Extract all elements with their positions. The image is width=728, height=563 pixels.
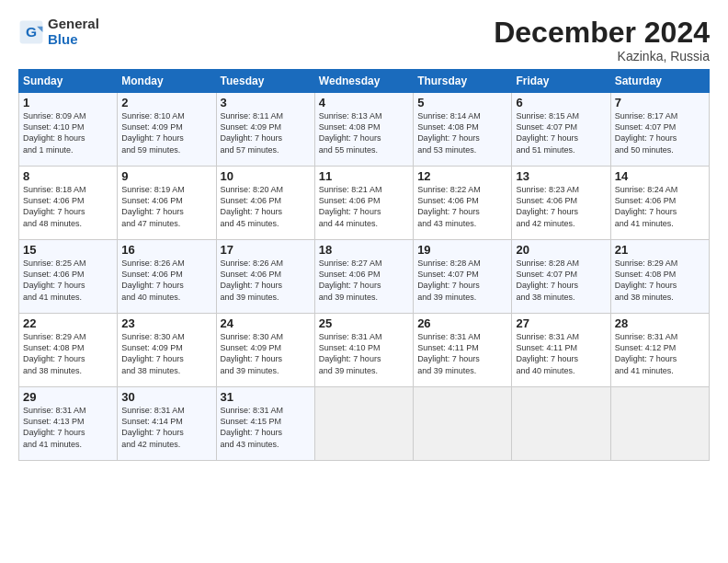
day-number: 27 [516,316,606,330]
header-tuesday: Tuesday [216,70,314,93]
day-number: 24 [221,316,311,330]
day-number: 26 [417,316,507,330]
calendar-week-row: 1Sunrise: 8:09 AM Sunset: 4:10 PM Daylig… [19,93,710,167]
day-number: 3 [221,96,311,109]
calendar-cell: 3Sunrise: 8:11 AM Sunset: 4:09 PM Daylig… [216,93,314,167]
day-number: 17 [221,243,311,257]
day-info: Sunrise: 8:31 AM Sunset: 4:13 PM Dayligh… [23,405,113,450]
calendar-cell: 13Sunrise: 8:23 AM Sunset: 4:06 PM Dayli… [512,167,610,240]
day-info: Sunrise: 8:31 AM Sunset: 4:12 PM Dayligh… [615,331,705,376]
logo-icon: G [18,19,44,45]
day-info: Sunrise: 8:27 AM Sunset: 4:06 PM Dayligh… [319,258,409,303]
day-info: Sunrise: 8:28 AM Sunset: 4:07 PM Dayligh… [516,258,606,303]
day-info: Sunrise: 8:25 AM Sunset: 4:06 PM Dayligh… [23,258,113,303]
day-number: 18 [319,243,409,257]
calendar-cell: 2Sunrise: 8:10 AM Sunset: 4:09 PM Daylig… [118,93,216,167]
calendar-cell: 31Sunrise: 8:31 AM Sunset: 4:15 PM Dayli… [216,387,314,461]
calendar-cell: 11Sunrise: 8:21 AM Sunset: 4:06 PM Dayli… [314,167,413,240]
day-info: Sunrise: 8:21 AM Sunset: 4:06 PM Dayligh… [319,184,409,229]
calendar-header-row: SundayMondayTuesdayWednesdayThursdayFrid… [19,70,710,93]
logo: G General Blue [18,17,99,47]
day-number: 20 [516,243,606,257]
day-info: Sunrise: 8:17 AM Sunset: 4:07 PM Dayligh… [615,110,705,155]
day-number: 5 [417,96,507,109]
calendar-cell: 10Sunrise: 8:20 AM Sunset: 4:06 PM Dayli… [216,167,314,240]
calendar-cell: 1Sunrise: 8:09 AM Sunset: 4:10 PM Daylig… [19,93,118,167]
day-number: 23 [121,316,211,330]
day-number: 25 [319,316,409,330]
calendar-cell: 23Sunrise: 8:30 AM Sunset: 4:09 PM Dayli… [118,314,216,387]
day-info: Sunrise: 8:26 AM Sunset: 4:06 PM Dayligh… [121,258,211,303]
day-info: Sunrise: 8:31 AM Sunset: 4:11 PM Dayligh… [417,331,507,376]
svg-text:G: G [26,23,37,39]
day-number: 9 [121,169,211,183]
day-number: 2 [121,96,211,109]
header-monday: Monday [118,70,216,93]
day-number: 4 [319,96,409,109]
day-info: Sunrise: 8:31 AM Sunset: 4:14 PM Dayligh… [121,405,211,450]
header-wednesday: Wednesday [314,70,413,93]
header-thursday: Thursday [414,70,512,93]
calendar-cell [414,387,512,461]
calendar-cell: 30Sunrise: 8:31 AM Sunset: 4:14 PM Dayli… [118,387,216,461]
day-number: 11 [319,169,409,183]
day-info: Sunrise: 8:20 AM Sunset: 4:06 PM Dayligh… [221,184,311,229]
day-number: 22 [23,316,113,330]
calendar-cell: 21Sunrise: 8:29 AM Sunset: 4:08 PM Dayli… [610,240,709,314]
calendar-cell: 9Sunrise: 8:19 AM Sunset: 4:06 PM Daylig… [118,167,216,240]
calendar-cell: 24Sunrise: 8:30 AM Sunset: 4:09 PM Dayli… [216,314,314,387]
calendar-cell: 20Sunrise: 8:28 AM Sunset: 4:07 PM Dayli… [512,240,610,314]
day-number: 28 [615,316,705,330]
header-sunday: Sunday [19,70,118,93]
day-number: 15 [23,243,113,257]
day-info: Sunrise: 8:31 AM Sunset: 4:11 PM Dayligh… [516,331,606,376]
day-number: 10 [221,169,311,183]
calendar-cell: 5Sunrise: 8:14 AM Sunset: 4:08 PM Daylig… [414,93,512,167]
day-info: Sunrise: 8:22 AM Sunset: 4:06 PM Dayligh… [417,184,507,229]
day-number: 21 [615,243,705,257]
day-info: Sunrise: 8:09 AM Sunset: 4:10 PM Dayligh… [23,110,113,155]
calendar-cell: 18Sunrise: 8:27 AM Sunset: 4:06 PM Dayli… [314,240,413,314]
header-friday: Friday [512,70,610,93]
calendar-cell [610,387,709,461]
header-saturday: Saturday [610,70,709,93]
calendar-cell: 27Sunrise: 8:31 AM Sunset: 4:11 PM Dayli… [512,314,610,387]
day-number: 6 [516,96,606,109]
logo-general-text: General [48,17,99,32]
calendar-cell: 6Sunrise: 8:15 AM Sunset: 4:07 PM Daylig… [512,93,610,167]
calendar-week-row: 15Sunrise: 8:25 AM Sunset: 4:06 PM Dayli… [19,240,710,314]
day-number: 30 [121,390,211,404]
day-info: Sunrise: 8:26 AM Sunset: 4:06 PM Dayligh… [221,258,311,303]
day-info: Sunrise: 8:14 AM Sunset: 4:08 PM Dayligh… [417,110,507,155]
day-info: Sunrise: 8:29 AM Sunset: 4:08 PM Dayligh… [615,258,705,303]
calendar-cell: 15Sunrise: 8:25 AM Sunset: 4:06 PM Dayli… [19,240,118,314]
day-info: Sunrise: 8:24 AM Sunset: 4:06 PM Dayligh… [615,184,705,229]
day-info: Sunrise: 8:11 AM Sunset: 4:09 PM Dayligh… [221,110,311,155]
calendar-week-row: 22Sunrise: 8:29 AM Sunset: 4:08 PM Dayli… [19,314,710,387]
day-number: 13 [516,169,606,183]
day-info: Sunrise: 8:29 AM Sunset: 4:08 PM Dayligh… [23,331,113,376]
day-info: Sunrise: 8:10 AM Sunset: 4:09 PM Dayligh… [121,110,211,155]
calendar-cell: 4Sunrise: 8:13 AM Sunset: 4:08 PM Daylig… [314,93,413,167]
day-info: Sunrise: 8:28 AM Sunset: 4:07 PM Dayligh… [417,258,507,303]
day-info: Sunrise: 8:30 AM Sunset: 4:09 PM Dayligh… [221,331,311,376]
calendar-cell: 25Sunrise: 8:31 AM Sunset: 4:10 PM Dayli… [314,314,413,387]
calendar-table: SundayMondayTuesdayWednesdayThursdayFrid… [18,69,710,461]
day-info: Sunrise: 8:19 AM Sunset: 4:06 PM Dayligh… [121,184,211,229]
calendar-cell: 26Sunrise: 8:31 AM Sunset: 4:11 PM Dayli… [414,314,512,387]
day-number: 19 [417,243,507,257]
calendar-cell: 22Sunrise: 8:29 AM Sunset: 4:08 PM Dayli… [19,314,118,387]
day-number: 14 [615,169,705,183]
day-number: 31 [221,390,311,404]
calendar-cell: 28Sunrise: 8:31 AM Sunset: 4:12 PM Dayli… [610,314,709,387]
calendar-week-row: 29Sunrise: 8:31 AM Sunset: 4:13 PM Dayli… [19,387,710,461]
day-info: Sunrise: 8:15 AM Sunset: 4:07 PM Dayligh… [516,110,606,155]
location: Kazinka, Russia [494,49,710,63]
calendar-cell: 16Sunrise: 8:26 AM Sunset: 4:06 PM Dayli… [118,240,216,314]
day-info: Sunrise: 8:31 AM Sunset: 4:15 PM Dayligh… [221,405,311,450]
calendar-cell: 8Sunrise: 8:18 AM Sunset: 4:06 PM Daylig… [19,167,118,240]
logo-blue-text: Blue [48,32,99,48]
day-number: 12 [417,169,507,183]
day-number: 1 [23,96,113,109]
day-number: 16 [121,243,211,257]
